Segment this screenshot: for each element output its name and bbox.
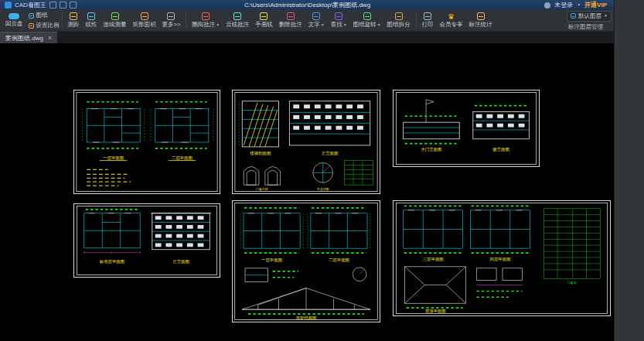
sheet-caption: 一层平面图 [261, 257, 282, 263]
sheet-caption: 大门立面图 [421, 147, 441, 152]
annotation-stats-button[interactable]: 标注统计 [466, 10, 496, 31]
sheet-caption: 正立面图 [172, 259, 189, 264]
cloud-markup-button[interactable]: 圈阅批注▼ [189, 10, 223, 31]
crown-icon: ♛ [448, 13, 455, 20]
sheet-caption: 屋架结构图 [295, 315, 316, 321]
sheet-plan-elevation[interactable]: 标准层平面图 正立面图 [73, 203, 220, 278]
sheet-caption: 正立面图 [322, 151, 339, 156]
drawing-canvas[interactable]: 一层平面图 二层平面图 楼梯剖面图 正立面图 [0, 43, 615, 341]
tab-bar: 案例图纸.dwg × [0, 32, 615, 43]
revision-cloud-button[interactable]: 云线批注 [223, 10, 252, 31]
area-icon [141, 12, 148, 20]
sheet-plans-schedule[interactable]: 三层平面图 四层平面图 门窗表 屋顶平面图 [393, 200, 611, 316]
sheet-floor-plans[interactable]: 一层平面图 二层平面图 [73, 90, 220, 194]
sheet-caption: 二层平面图 [172, 155, 193, 161]
sheet-caption: 侧立面图 [492, 147, 509, 152]
sheet-caption: 楼梯剖面图 [250, 151, 271, 156]
rotate-drawing-button[interactable]: 图纸旋转▼ [350, 10, 384, 31]
more-tools-button[interactable]: 更多>> [159, 10, 184, 31]
chevron-down-icon: ▼ [377, 23, 381, 27]
ruler-icon [70, 12, 77, 20]
sheet-caption: 二层平面图 [329, 257, 349, 263]
sheet-caption: 节点详图 [317, 187, 329, 191]
layers-icon [571, 13, 576, 19]
freehand-button[interactable]: 手画线 [252, 10, 276, 31]
cloud-icon [9, 13, 19, 19]
printer-icon [424, 12, 431, 20]
split-icon [395, 12, 403, 20]
titlebar: CAD看图王 C:\Users\Administrator\Desktop\案例… [0, 0, 615, 10]
divider [416, 13, 417, 28]
divider [186, 13, 186, 28]
sheet-button[interactable]: 图纸 [29, 12, 60, 19]
sheet-caption: 门窗大样 [256, 187, 268, 191]
polyline-icon [111, 12, 119, 20]
more-icon [167, 12, 175, 20]
sheet-gate-elevation[interactable]: 大门立面图 侧立面图 [393, 90, 540, 167]
sheet-elevation-details[interactable]: 楼梯剖面图 正立面图 门窗大样 节点详图 [232, 90, 380, 194]
cloud-line-icon [233, 12, 241, 20]
chevron-down-icon: ▼ [343, 23, 347, 27]
measure-distance-button[interactable]: 测距 [65, 10, 83, 31]
scale-button[interactable]: 设置比例 [29, 22, 60, 29]
file-path: C:\Users\Administrator\Desktop\案例图纸.dwg [244, 0, 370, 10]
sheet-caption: 三层平面图 [423, 257, 444, 262]
chevron-down-icon: ▼ [604, 14, 608, 18]
search-icon [335, 12, 342, 20]
sheet-button-label: 图纸 [36, 12, 48, 19]
chevron-down-icon: ▼ [216, 23, 220, 27]
sheet-caption: 一层平面图 [103, 155, 124, 161]
app-title: CAD看图王 [15, 1, 46, 9]
linear-dimension-button[interactable]: 线性 [83, 10, 101, 31]
cloud-button[interactable]: 回云盘 [3, 12, 26, 29]
delete-markup-button[interactable]: 删除批注 [276, 10, 305, 31]
sheet-plans-truss[interactable]: 一层平面图 二层平面图 屋架结构图 [232, 200, 380, 322]
desktop-area [614, 0, 644, 341]
document-tab[interactable]: 案例图纸.dwg × [0, 32, 57, 43]
stats-icon [477, 12, 485, 20]
layer-dropdown[interactable]: 默认图层 ▼ [567, 11, 612, 22]
rect-area-button[interactable]: 矩形面积 [130, 10, 159, 31]
layer-manage-button[interactable]: 标注图层管理 [567, 23, 612, 31]
login-button[interactable]: 未登录 [554, 1, 573, 9]
save-icon[interactable] [49, 2, 56, 9]
document-tab-label: 案例图纸.dwg [5, 34, 43, 43]
cloud-button-label: 回云盘 [5, 20, 23, 28]
text-icon [312, 12, 320, 20]
layer-dropdown-value: 默认图层 [578, 12, 601, 20]
chevron-down-icon: ▼ [321, 23, 325, 27]
markup-icon [202, 12, 210, 20]
pencil-icon [260, 12, 267, 20]
sheet-icon [29, 13, 34, 19]
text-button[interactable]: 文字▼ [305, 10, 328, 31]
eraser-icon [287, 12, 295, 20]
sheet-caption: 门窗表 [567, 281, 577, 285]
undo-icon[interactable] [60, 2, 66, 9]
print-button[interactable]: 打印 [419, 10, 437, 31]
sheet-caption: 屋顶平面图 [425, 309, 446, 314]
app-window: CAD看图王 C:\Users\Administrator\Desktop\案例… [0, 0, 615, 341]
vip-button[interactable]: 开通VIP [584, 1, 607, 9]
rotate-icon [363, 12, 371, 20]
scale-icon [29, 23, 34, 29]
sheet-caption: 标准层平面图 [99, 259, 124, 264]
scale-button-label: 设置比例 [36, 22, 60, 29]
redo-icon[interactable] [70, 2, 77, 9]
find-button[interactable]: 查找▼ [328, 10, 350, 31]
split-drawing-button[interactable]: 图纸拆分 [384, 10, 414, 31]
linear-dim-icon [87, 12, 95, 20]
continuous-measure-button[interactable]: 连续测量 [101, 10, 130, 31]
app-logo-icon [5, 2, 12, 9]
close-tab-icon[interactable]: × [48, 35, 52, 42]
chevron-down-icon: ▼ [577, 3, 581, 7]
divider [62, 13, 63, 28]
vip-features-button[interactable]: ♛ 会员专享 [437, 10, 466, 31]
sheet-caption: 四层平面图 [490, 257, 511, 262]
ribbon-toolbar: 回云盘 图纸 设置比例 测距 线性 连续测量 [0, 10, 615, 32]
user-avatar[interactable] [544, 2, 550, 9]
